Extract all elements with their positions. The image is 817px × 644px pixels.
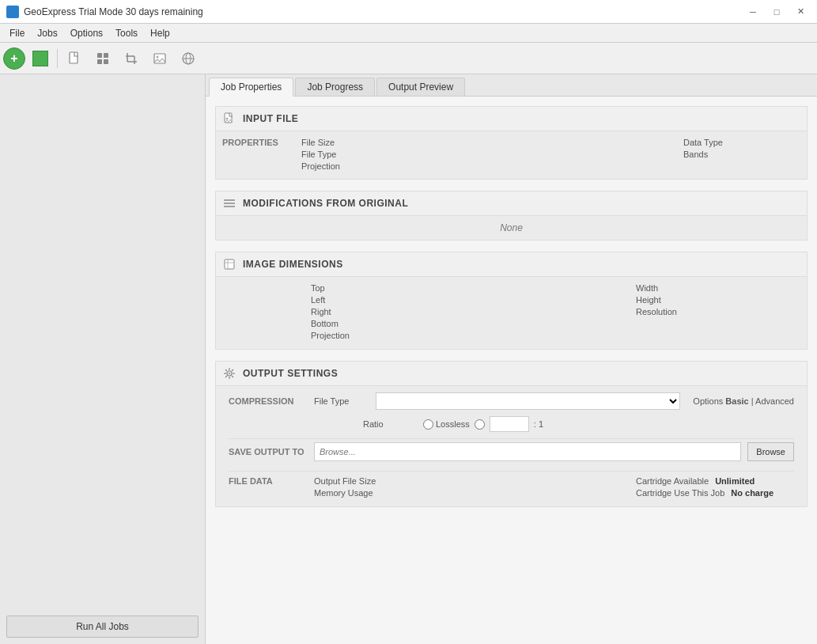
cartridge-available-value: Unlimited <box>715 476 755 486</box>
menu-file[interactable]: File <box>3 26 31 40</box>
compression-row: COMPRESSION File Type Options Basic | Ad… <box>229 392 794 410</box>
output-settings-content: COMPRESSION File Type Options Basic | Ad… <box>215 386 808 507</box>
run-all-jobs-button[interactable]: Run All Jobs <box>6 616 199 638</box>
lossless-text: Lossless <box>436 419 470 429</box>
svg-point-15 <box>226 118 229 120</box>
section-header-image-dimensions: IMAGE DIMENSIONS <box>215 252 808 277</box>
ratio-radio[interactable] <box>475 419 485 430</box>
title-bar-title: GeoExpress Trial Mode 30 days remaining <box>24 6 203 17</box>
svg-rect-1 <box>97 53 102 58</box>
svg-line-30 <box>232 369 233 371</box>
svg-rect-2 <box>104 53 108 58</box>
save-output-row: SAVE OUTPUT TO Browse <box>229 438 794 464</box>
lossless-radio-label[interactable]: Lossless <box>423 419 470 430</box>
left-key: Left <box>311 295 469 305</box>
basic-link[interactable]: Basic <box>725 396 748 406</box>
options-area: Options Basic | Advanced <box>693 396 794 406</box>
file-data-values: Output File Size Cartridge Available Unl… <box>314 476 794 500</box>
projection-row: Projection <box>301 161 794 171</box>
menu-help[interactable]: Help <box>144 26 176 40</box>
options-label: Options <box>693 396 723 406</box>
right-key: Right <box>311 307 469 316</box>
projection-val <box>683 161 794 171</box>
svg-point-23 <box>229 373 230 374</box>
svg-line-28 <box>225 369 227 371</box>
grid-button[interactable] <box>89 46 116 71</box>
section-output-settings: OUTPUT SETTINGS COMPRESSION File Type Op… <box>215 361 808 507</box>
input-file-title: INPUT FILE <box>243 113 298 124</box>
svg-point-10 <box>157 55 159 58</box>
file-size-key: File Size <box>301 138 412 147</box>
section-modifications: MODIFICATIONS FROM ORIGINAL None <box>215 191 808 241</box>
tab-output-preview[interactable]: Output Preview <box>376 78 465 96</box>
close-button[interactable]: ✕ <box>790 4 811 20</box>
input-file-icon <box>222 112 236 126</box>
title-bar: GeoExpress Trial Mode 30 days remaining … <box>0 0 817 24</box>
image-button[interactable] <box>146 46 173 71</box>
bottom-row: Bottom <box>311 319 794 328</box>
bottom-val <box>636 319 794 328</box>
cartridge-use-value: No charge <box>731 488 774 498</box>
file-type-key: File Type <box>301 150 412 159</box>
dim-projection-val <box>636 331 794 340</box>
width-key: Width <box>636 283 794 293</box>
height-key: Height <box>636 295 794 305</box>
ratio-colon: : 1 <box>534 419 543 429</box>
tab-job-properties[interactable]: Job Properties <box>209 78 293 97</box>
file-type-select[interactable] <box>376 392 680 410</box>
modifications-none: None <box>215 216 808 241</box>
menu-jobs[interactable]: Jobs <box>31 26 63 40</box>
tab-job-progress[interactable]: Job Progress <box>295 78 375 96</box>
ratio-radio-label[interactable] <box>475 419 485 430</box>
section-input-file: INPUT FILE PROPERTIES File Size Data Typ… <box>215 106 808 180</box>
ratio-row: Ratio Lossless : 1 <box>229 416 794 432</box>
menu-tools[interactable]: Tools <box>109 26 144 40</box>
file-data-label: FILE DATA <box>229 476 308 486</box>
crop-button[interactable] <box>118 46 145 71</box>
section-header-input-file: INPUT FILE <box>215 106 808 131</box>
ratio-label: Ratio <box>363 419 418 429</box>
svg-rect-4 <box>104 59 108 64</box>
image-dimensions-values: Top Width Left Height Right Resolution B… <box>215 277 808 350</box>
green-indicator-button[interactable] <box>27 46 54 71</box>
add-job-button[interactable]: + <box>3 47 25 70</box>
memory-usage-key: Memory Usage <box>314 488 456 498</box>
tabs: Job Properties Job Progress Output Previ… <box>206 74 817 97</box>
output-settings-icon <box>222 366 236 381</box>
properties-values: File Size Data Type File Type Bands Proj… <box>301 138 794 171</box>
new-document-button[interactable] <box>61 46 88 71</box>
properties-row: PROPERTIES File Size Data Type File Type… <box>222 138 794 171</box>
web-button[interactable] <box>175 46 202 71</box>
file-data-row: FILE DATA Output File Size Cartridge Ava… <box>229 471 794 500</box>
ratio-value-input[interactable] <box>490 416 529 432</box>
save-output-input[interactable] <box>314 442 741 461</box>
file-size-row: File Size Data Type <box>301 138 794 147</box>
compression-label: COMPRESSION <box>229 396 308 406</box>
svg-line-31 <box>225 376 227 377</box>
sidebar: Run All Jobs <box>0 74 206 644</box>
modifications-title: MODIFICATIONS FROM ORIGINAL <box>243 198 408 209</box>
input-file-properties: PROPERTIES File Size Data Type File Type… <box>215 131 808 180</box>
section-image-dimensions: IMAGE DIMENSIONS Top Width Left Height R… <box>215 252 808 350</box>
dim-projection-row: Projection <box>311 331 794 340</box>
advanced-link[interactable]: Advanced <box>755 396 794 406</box>
svg-rect-0 <box>70 52 78 63</box>
image-dimensions-icon <box>222 257 236 271</box>
output-file-size-key: Output File Size <box>314 476 456 486</box>
menu-options[interactable]: Options <box>64 26 109 40</box>
app-icon <box>6 6 19 18</box>
lossless-radio[interactable] <box>423 419 433 430</box>
image-dimensions-title: IMAGE DIMENSIONS <box>243 259 343 270</box>
sidebar-content <box>0 74 205 609</box>
cartridge-available-key: Cartridge Available <box>636 476 709 486</box>
bottom-key: Bottom <box>311 319 469 328</box>
section-header-output-settings: OUTPUT SETTINGS <box>215 361 808 386</box>
minimize-button[interactable]: ─ <box>743 4 763 20</box>
cartridge-use-group: Cartridge Use This Job No charge <box>636 488 794 498</box>
title-bar-left: GeoExpress Trial Mode 30 days remaining <box>6 6 203 18</box>
cartridge-use-key: Cartridge Use This Job <box>636 488 724 498</box>
browse-button[interactable]: Browse <box>747 442 794 461</box>
svg-rect-19 <box>225 259 234 269</box>
maximize-button[interactable]: □ <box>766 4 787 20</box>
top-key: Top <box>311 283 469 293</box>
